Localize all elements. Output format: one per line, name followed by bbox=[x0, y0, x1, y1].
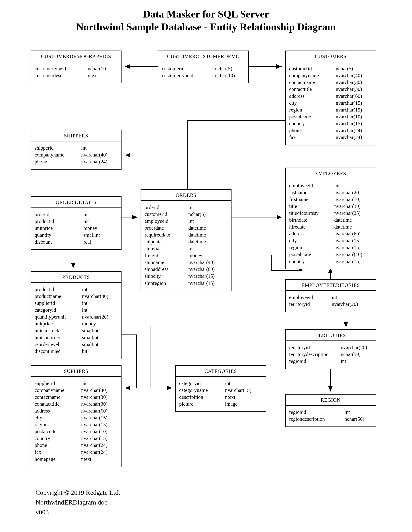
column-name: categoryid bbox=[35, 307, 82, 314]
column-name: phone bbox=[289, 127, 336, 134]
column-type: nvarchar(15) bbox=[336, 106, 372, 113]
relationship-arrow bbox=[122, 335, 137, 388]
column-name: conatacttitle bbox=[35, 400, 81, 408]
column-type: nvarchar(30) bbox=[336, 79, 372, 86]
column-type: nvarchar(20) bbox=[332, 301, 372, 308]
column-type: nvarchar((10) bbox=[334, 251, 372, 258]
entity-orderdetails: ORDER DETAILSorderidintproductidintunitp… bbox=[31, 196, 122, 250]
column-type: nvarchar(15) bbox=[334, 237, 372, 244]
column-type: nvarchar(15) bbox=[189, 280, 228, 287]
column-name: companyname bbox=[35, 387, 81, 394]
entity-products: PRODUCTSproductidintproductnamenvarchar(… bbox=[31, 271, 122, 359]
column-name: phone bbox=[35, 442, 81, 449]
column-name: shipaddress bbox=[144, 266, 189, 273]
column-name: region bbox=[289, 106, 336, 113]
column-type: nvarchar(15) bbox=[81, 414, 117, 421]
column-type: nvarchar(30) bbox=[334, 203, 372, 210]
column-name: quantity bbox=[35, 232, 83, 238]
column-name: unitprice bbox=[35, 225, 83, 232]
column-name: fax bbox=[35, 449, 81, 456]
column-name: regionid bbox=[289, 409, 344, 416]
column-name: customertypeid bbox=[35, 65, 88, 72]
column-type: int bbox=[83, 211, 117, 218]
column-type: nvarchar(10) bbox=[81, 428, 117, 435]
entity-orders: ORDERSorderidintcustomeridnchar(5)employ… bbox=[141, 189, 231, 291]
relationship-arrow bbox=[122, 326, 172, 388]
entity-name: SHIPPERS bbox=[31, 130, 121, 142]
column-type: nvarchar(24) bbox=[81, 449, 117, 456]
page-title-1: Data Masker for SQL Server bbox=[0, 9, 412, 20]
column-name: territorydescription bbox=[289, 351, 341, 358]
column-name: shipperid bbox=[35, 144, 81, 152]
column-type: int bbox=[81, 380, 117, 387]
column-name: employeeid bbox=[289, 294, 332, 301]
entity-supliers: SUPLIERSsupplieridintcompanynamenvarchar… bbox=[31, 365, 122, 467]
footer-filename: NorthwindERDiagram.doc bbox=[36, 497, 107, 507]
column-type: nvarchar(30) bbox=[81, 394, 117, 400]
column-type: nvarchar(20) bbox=[334, 189, 372, 196]
column-type: int bbox=[225, 380, 262, 387]
column-type: int bbox=[83, 218, 117, 225]
column-name: picture bbox=[179, 400, 225, 408]
entity-categories: CATEGORIEScategoryidintcategorynamenvarc… bbox=[175, 365, 266, 412]
column-type: datetime bbox=[189, 231, 228, 238]
column-name: fax bbox=[289, 134, 336, 141]
entity-name: CUSTOMERS bbox=[286, 51, 376, 62]
column-type: money bbox=[82, 320, 117, 327]
column-type: ntext bbox=[88, 72, 117, 79]
column-type: nchar(5) bbox=[336, 65, 372, 72]
column-type: nchar(50) bbox=[344, 416, 372, 422]
column-type: nvarchar(24) bbox=[81, 442, 117, 449]
column-name: supplierid bbox=[35, 380, 81, 387]
relationship-arrow bbox=[187, 121, 292, 189]
column-name: unitsinstock bbox=[35, 327, 82, 334]
column-type: ntext bbox=[225, 394, 262, 400]
column-name: customerid bbox=[144, 211, 189, 218]
entity-customers: CUSTOMERScustomeridnchar(5)companynamenv… bbox=[285, 50, 376, 145]
column-type: nvarchar(15) bbox=[334, 244, 372, 251]
column-type: nvarchar(60) bbox=[189, 266, 228, 273]
entity-name: ORDER DETAILS bbox=[31, 197, 121, 208]
column-type: smallint bbox=[82, 341, 117, 348]
entity-teritories: TERITORIESterritoryidnvarchar(20)territo… bbox=[285, 329, 376, 369]
entity-name: PRODUCTS bbox=[31, 272, 121, 283]
column-name: lastname bbox=[289, 189, 334, 196]
footer-version: v003 bbox=[36, 507, 49, 517]
column-type: nvarchar(15) bbox=[336, 120, 372, 127]
column-name: city bbox=[289, 100, 336, 106]
column-type: nchar(5) bbox=[215, 65, 245, 72]
column-type: real bbox=[83, 238, 117, 245]
footer-copyright: Copyright © 2019 Redgate Ltd. bbox=[36, 488, 120, 497]
column-name: requireddate bbox=[144, 231, 189, 238]
column-type: datetime bbox=[189, 238, 228, 245]
entity-name: REGION bbox=[286, 395, 376, 406]
column-name: unitsonorder bbox=[35, 334, 82, 341]
column-type: nvarchar(10) bbox=[336, 113, 372, 120]
column-type: nchar(50) bbox=[341, 351, 372, 358]
column-name: region bbox=[289, 244, 334, 251]
column-name: customerid bbox=[162, 65, 215, 72]
column-name: country bbox=[289, 120, 336, 127]
column-name: region bbox=[35, 421, 81, 428]
column-type: nvarchar(15) bbox=[334, 258, 372, 265]
column-name: homepage bbox=[35, 456, 81, 463]
column-type: nvarchar(30) bbox=[336, 86, 372, 93]
column-type: nvarchar(20) bbox=[82, 314, 117, 320]
column-name: territoryid bbox=[289, 344, 341, 351]
column-name: categoryname bbox=[179, 387, 225, 394]
column-name: hiredate bbox=[289, 223, 334, 230]
column-type: bit bbox=[82, 348, 117, 355]
column-type: nvarchar(20) bbox=[341, 344, 372, 351]
column-name: companyname bbox=[289, 72, 336, 79]
column-name: unitprice bbox=[35, 320, 82, 327]
page-title-2: Northwind Sample Database - Entity Relat… bbox=[0, 21, 412, 33]
column-name: regionid bbox=[289, 358, 341, 365]
column-type: int bbox=[189, 204, 228, 211]
column-name: productid bbox=[35, 218, 83, 225]
column-name: shipvia bbox=[144, 245, 189, 252]
column-type: int bbox=[334, 182, 372, 189]
column-type: nvarchar(40) bbox=[82, 293, 117, 300]
column-type: int bbox=[344, 409, 372, 416]
entity-employees: EMPLOYEESemployeeidintlastnamenvarchar(2… bbox=[285, 168, 376, 269]
column-type: nvarchar(40) bbox=[81, 152, 117, 158]
